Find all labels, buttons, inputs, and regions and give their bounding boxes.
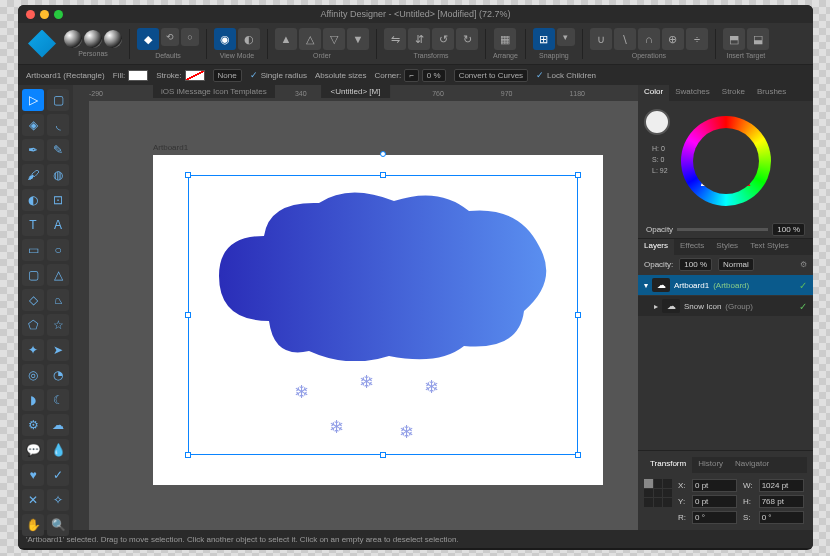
tab-history[interactable]: History bbox=[692, 457, 729, 473]
visibility-toggle[interactable]: ✓ bbox=[799, 301, 807, 312]
flip-h-button[interactable]: ⇋ bbox=[384, 28, 406, 50]
lock-children-checkbox[interactable]: Lock Children bbox=[547, 71, 596, 80]
color-wheel[interactable] bbox=[681, 116, 771, 206]
tab-effects[interactable]: Effects bbox=[674, 239, 710, 255]
op-subtract-button[interactable]: ∖ bbox=[614, 28, 636, 50]
pencil-tool[interactable]: ✎ bbox=[47, 139, 69, 161]
snapping-options-button[interactable]: ▾ bbox=[557, 28, 575, 46]
star-tool[interactable]: ☆ bbox=[47, 314, 69, 336]
donut-tool[interactable]: ◎ bbox=[22, 364, 44, 386]
triangle-tool[interactable]: △ bbox=[47, 264, 69, 286]
layer-name[interactable]: Artboard1 bbox=[674, 281, 709, 290]
tab-text-styles[interactable]: Text Styles bbox=[744, 239, 795, 255]
tab-stroke[interactable]: Stroke bbox=[716, 85, 751, 101]
polygon-tool[interactable]: ⬠ bbox=[22, 314, 44, 336]
single-radius-checkbox[interactable]: Single radius bbox=[261, 71, 307, 80]
insert-inside-button[interactable]: ⬒ bbox=[723, 28, 745, 50]
convert-to-curves-button[interactable]: Convert to Curves bbox=[454, 69, 528, 82]
tick-tool[interactable]: ✓ bbox=[47, 464, 69, 486]
absolute-sizes-checkbox[interactable]: Absolute sizes bbox=[315, 71, 367, 80]
canvas-area[interactable]: -290-801303405507609701180 <Untitled> [M… bbox=[73, 85, 638, 530]
selection-bounds[interactable]: ❄ ❄ ❄ ❄ ❄ bbox=[188, 175, 578, 455]
handle-tr[interactable] bbox=[575, 172, 581, 178]
document-tab[interactable]: <Untitled> [M] bbox=[321, 85, 391, 98]
visibility-toggle[interactable]: ✓ bbox=[799, 280, 807, 291]
tab-swatches[interactable]: Swatches bbox=[669, 85, 716, 101]
layer-opacity-input[interactable]: 100 % bbox=[679, 258, 712, 271]
h-input[interactable] bbox=[759, 495, 804, 508]
op-add-button[interactable]: ∪ bbox=[590, 28, 612, 50]
handle-ml[interactable] bbox=[185, 312, 191, 318]
transparency-tool[interactable]: ◐ bbox=[22, 189, 44, 211]
zoom-tool[interactable]: 🔍 bbox=[47, 514, 69, 536]
arrow-tool[interactable]: ➤ bbox=[47, 339, 69, 361]
tab-styles[interactable]: Styles bbox=[710, 239, 744, 255]
document-tab-2[interactable]: iOS iMessage Icon Templates bbox=[153, 85, 275, 98]
order-backward-button[interactable]: ▽ bbox=[323, 28, 345, 50]
cross-tool[interactable]: ✕ bbox=[22, 489, 44, 511]
corner-type-dropdown[interactable]: ⌐ bbox=[404, 69, 419, 82]
order-forward-button[interactable]: △ bbox=[299, 28, 321, 50]
opacity-slider[interactable] bbox=[677, 228, 768, 231]
crop-tool[interactable]: ⊡ bbox=[47, 189, 69, 211]
cog-tool[interactable]: ⚙ bbox=[22, 414, 44, 436]
tab-color[interactable]: Color bbox=[638, 85, 669, 101]
pie-tool[interactable]: ◔ bbox=[47, 364, 69, 386]
diamond-tool[interactable]: ◇ bbox=[22, 289, 44, 311]
w-input[interactable] bbox=[759, 479, 804, 492]
handle-mr[interactable] bbox=[575, 312, 581, 318]
handle-bm[interactable] bbox=[380, 452, 386, 458]
handle-br[interactable] bbox=[575, 452, 581, 458]
crescent-tool[interactable]: ☾ bbox=[47, 389, 69, 411]
op-intersect-button[interactable]: ∩ bbox=[638, 28, 660, 50]
view-tool[interactable]: ✋ bbox=[22, 514, 44, 536]
order-back-button[interactable]: ▼ bbox=[347, 28, 369, 50]
color-well[interactable] bbox=[644, 109, 670, 135]
text-frame-tool[interactable]: T bbox=[22, 214, 44, 236]
blend-mode-dropdown[interactable]: Normal bbox=[718, 258, 754, 271]
brush-tool[interactable]: 🖌 bbox=[22, 164, 44, 186]
cloud-tool[interactable]: ☁ bbox=[47, 414, 69, 436]
op-divide-button[interactable]: ÷ bbox=[686, 28, 708, 50]
persona-export-button[interactable] bbox=[104, 30, 122, 48]
node-tool[interactable]: ◈ bbox=[22, 114, 44, 136]
rotate-cw-button[interactable]: ↻ bbox=[456, 28, 478, 50]
disclosure-icon[interactable]: ▸ bbox=[654, 302, 658, 311]
handle-rotate[interactable] bbox=[380, 151, 386, 157]
callout-tool[interactable]: 💬 bbox=[22, 439, 44, 461]
defaults-reset-button[interactable]: ○ bbox=[181, 28, 199, 46]
text-art-tool[interactable]: A bbox=[47, 214, 69, 236]
layer-row[interactable]: ▾ ☁ Artboard1 (Artboard) ✓ bbox=[638, 275, 813, 295]
tab-brushes[interactable]: Brushes bbox=[751, 85, 792, 101]
tear-tool[interactable]: 💧 bbox=[47, 439, 69, 461]
handle-bl[interactable] bbox=[185, 452, 191, 458]
tab-transform[interactable]: Transform bbox=[644, 457, 692, 473]
flip-v-button[interactable]: ⇵ bbox=[408, 28, 430, 50]
artboard-tool[interactable]: ▢ bbox=[47, 89, 69, 111]
tab-layers[interactable]: Layers bbox=[638, 239, 674, 255]
corner-value-input[interactable]: 0 % bbox=[422, 69, 446, 82]
opacity-value[interactable]: 100 % bbox=[772, 223, 805, 236]
anchor-widget[interactable] bbox=[644, 479, 672, 507]
stroke-swatch[interactable] bbox=[185, 70, 205, 81]
square-star-tool[interactable]: ✧ bbox=[47, 489, 69, 511]
defaults-sync-button[interactable]: ⟲ bbox=[161, 28, 179, 46]
corner-tool[interactable]: ◟ bbox=[47, 114, 69, 136]
gear-icon[interactable]: ⚙ bbox=[800, 260, 807, 269]
persona-pixel-button[interactable] bbox=[84, 30, 102, 48]
move-tool[interactable]: ▷ bbox=[22, 89, 44, 111]
defaults-button[interactable]: ◆ bbox=[137, 28, 159, 50]
color-triangle[interactable] bbox=[701, 136, 751, 186]
heart-tool[interactable]: ♥ bbox=[22, 464, 44, 486]
rounded-rect-tool[interactable]: ▢ bbox=[22, 264, 44, 286]
stroke-style-dropdown[interactable]: None bbox=[213, 69, 242, 82]
persona-designer-button[interactable] bbox=[64, 30, 82, 48]
x-input[interactable] bbox=[692, 479, 737, 492]
rectangle-tool[interactable]: ▭ bbox=[22, 239, 44, 261]
r-input[interactable] bbox=[692, 511, 737, 524]
handle-tl[interactable] bbox=[185, 172, 191, 178]
disclosure-icon[interactable]: ▾ bbox=[644, 281, 648, 290]
op-xor-button[interactable]: ⊕ bbox=[662, 28, 684, 50]
rotate-ccw-button[interactable]: ↺ bbox=[432, 28, 454, 50]
segment-tool[interactable]: ◗ bbox=[22, 389, 44, 411]
